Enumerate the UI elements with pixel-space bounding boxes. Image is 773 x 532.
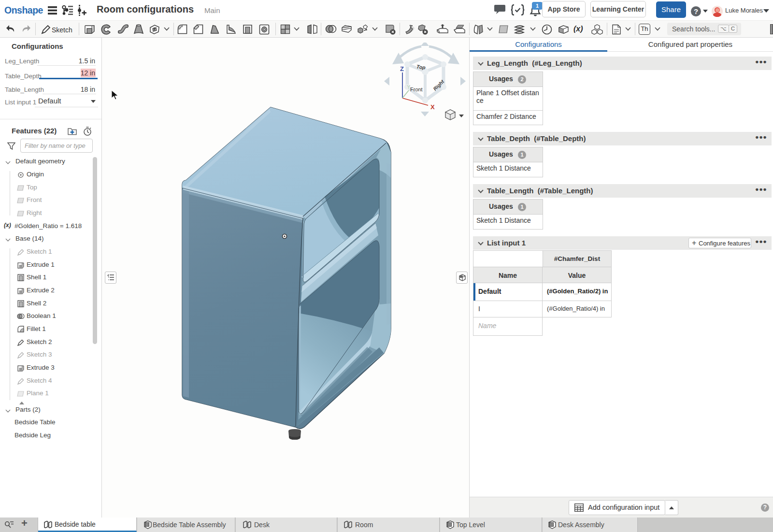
svg-text:Front: Front <box>410 86 423 92</box>
svg-text:X: X <box>430 103 435 111</box>
svg-text:Y: Y <box>407 84 411 90</box>
svg-text:Z: Z <box>400 65 404 72</box>
